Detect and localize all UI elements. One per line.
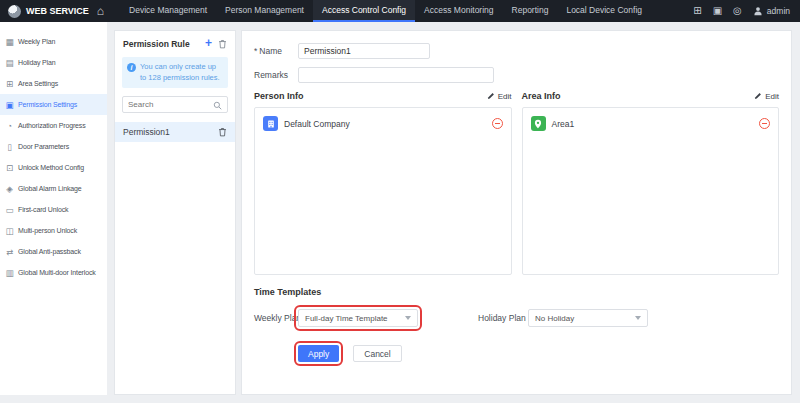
weekly-plan-select[interactable]: Full-day Time Template bbox=[298, 309, 418, 327]
person-info-header: Person Info Edit bbox=[254, 91, 512, 101]
area-settings-icon: ⊞ bbox=[5, 79, 14, 89]
person-list-item[interactable]: Default Company bbox=[260, 113, 506, 134]
sidebar-item-global-anti-passback[interactable]: ⇄ Global Anti-passback bbox=[0, 241, 107, 262]
apply-button[interactable]: Apply bbox=[298, 345, 339, 362]
multi-door-interlock-icon: ▥ bbox=[5, 268, 14, 278]
nav-item-reporting[interactable]: Reporting bbox=[503, 0, 558, 22]
sidebar-item-label: Global Multi-door Interlock bbox=[18, 269, 96, 276]
area-pin-icon bbox=[531, 116, 546, 131]
nav-item-person-management[interactable]: Person Management bbox=[216, 0, 313, 22]
rule-panel-title: Permission Rule bbox=[123, 39, 199, 49]
sidebar-item-area-settings[interactable]: ⊞ Area Settings bbox=[0, 73, 107, 94]
sidebar-item-global-alarm-linkage[interactable]: ◈ Global Alarm Linkage bbox=[0, 178, 107, 199]
remarks-input[interactable] bbox=[298, 67, 494, 83]
chevron-down-icon bbox=[635, 316, 641, 320]
sidebar-item-door-parameters[interactable]: ▯ Door Parameters bbox=[0, 136, 107, 157]
area-item-name: Area1 bbox=[552, 119, 575, 129]
company-icon bbox=[263, 116, 278, 131]
app-logo-icon bbox=[8, 5, 21, 18]
nav-item-local-device-config[interactable]: Local Device Config bbox=[557, 0, 651, 22]
permission-settings-icon: ▣ bbox=[5, 100, 14, 110]
name-row: *Name bbox=[254, 43, 779, 59]
pencil-icon bbox=[487, 92, 495, 100]
search-input[interactable] bbox=[128, 100, 210, 109]
search-icon[interactable] bbox=[213, 96, 222, 114]
info-columns: Person Info Edit Default Company Area In bbox=[254, 91, 779, 275]
name-label: *Name bbox=[254, 46, 298, 56]
pencil-icon bbox=[754, 92, 762, 100]
sidebar-item-unlock-method-config[interactable]: ⊡ Unlock Method Config bbox=[0, 157, 107, 178]
time-templates-row: Weekly Plan Full-day Time Template Holid… bbox=[254, 309, 779, 327]
nav-item-device-management[interactable]: Device Management bbox=[120, 0, 216, 22]
rule-panel-header: Permission Rule + bbox=[115, 31, 235, 55]
sidebar-item-global-multi-door-interlock[interactable]: ▥ Global Multi-door Interlock bbox=[0, 262, 107, 283]
apps-grid-icon[interactable]: ⊞ bbox=[693, 6, 701, 16]
sidebar: ▦ Weekly Plan ▤ Holiday Plan ⊞ Area Sett… bbox=[0, 22, 107, 395]
cancel-button[interactable]: Cancel bbox=[353, 345, 401, 362]
authorization-progress-icon: ◔ bbox=[5, 121, 14, 131]
home-icon[interactable]: ⌂ bbox=[97, 5, 104, 17]
globe-icon[interactable]: ◎ bbox=[733, 6, 742, 16]
edit-person-info-button[interactable]: Edit bbox=[487, 92, 512, 101]
sidebar-item-label: Global Anti-passback bbox=[18, 248, 81, 255]
weekly-plan-value: Full-day Time Template bbox=[305, 314, 401, 323]
alarm-linkage-icon: ◈ bbox=[5, 184, 14, 194]
sidebar-item-holiday-plan[interactable]: ▤ Holiday Plan bbox=[0, 52, 107, 73]
holiday-plan-label: Holiday Plan bbox=[478, 313, 528, 323]
sidebar-item-label: Unlock Method Config bbox=[18, 164, 84, 171]
name-input[interactable] bbox=[298, 43, 430, 59]
sidebar-item-first-card-unlock[interactable]: ▭ First-card Unlock bbox=[0, 199, 107, 220]
nav-item-access-control-config[interactable]: Access Control Config bbox=[313, 0, 415, 22]
holiday-plan-select[interactable]: No Holiday bbox=[528, 309, 648, 327]
multi-person-icon: ◫ bbox=[5, 226, 14, 236]
rule-name: Permission1 bbox=[123, 127, 214, 137]
info-icon: i bbox=[127, 63, 136, 72]
area-info-header: Area Info Edit bbox=[522, 91, 780, 101]
sidebar-item-label: Area Settings bbox=[18, 80, 58, 87]
rule-search bbox=[122, 96, 228, 113]
area-info-column: Area Info Edit Area1 bbox=[522, 91, 780, 275]
person-info-column: Person Info Edit Default Company bbox=[254, 91, 512, 275]
sidebar-item-label: Global Alarm Linkage bbox=[18, 185, 82, 192]
weekly-plan-label: Weekly Plan bbox=[254, 313, 298, 323]
panel-icon[interactable]: ▣ bbox=[713, 6, 722, 16]
rule-limit-text: You can only create up to 128 permission… bbox=[140, 62, 223, 83]
sidebar-item-multi-person-unlock[interactable]: ◫ Multi-person Unlock bbox=[0, 220, 107, 241]
rule-limit-notice: i You can only create up to 128 permissi… bbox=[122, 57, 228, 88]
required-mark: * bbox=[254, 46, 257, 56]
sidebar-item-label: First-card Unlock bbox=[18, 206, 68, 213]
holiday-plan-icon: ▤ bbox=[5, 58, 14, 68]
sidebar-item-label: Door Parameters bbox=[18, 143, 69, 150]
sidebar-item-label: Multi-person Unlock bbox=[18, 227, 77, 234]
add-rule-icon[interactable]: + bbox=[205, 39, 212, 49]
nav-item-access-monitoring[interactable]: Access Monitoring bbox=[415, 0, 502, 22]
user-avatar-icon bbox=[753, 6, 763, 16]
user-menu[interactable]: admin bbox=[753, 6, 790, 16]
holiday-plan-value: No Holiday bbox=[535, 314, 631, 323]
rule-list-item[interactable]: Permission1 bbox=[115, 122, 235, 142]
topbar-actions: ⊞ ▣ ◎ admin bbox=[693, 0, 800, 22]
sidebar-item-permission-settings[interactable]: ▣ Permission Settings bbox=[0, 94, 107, 115]
sidebar-item-label: Holiday Plan bbox=[18, 59, 56, 66]
area-info-title: Area Info bbox=[522, 91, 561, 101]
username: admin bbox=[767, 6, 790, 16]
sidebar-item-authorization-progress[interactable]: ◔ Authorization Progress bbox=[0, 115, 107, 136]
area-list-box: Area1 bbox=[522, 107, 780, 275]
remove-area-icon[interactable] bbox=[759, 118, 770, 129]
sidebar-item-label: Permission Settings bbox=[18, 101, 77, 108]
delete-rules-icon[interactable] bbox=[218, 39, 227, 49]
sidebar-item-label: Weekly Plan bbox=[18, 38, 55, 45]
area-list-item[interactable]: Area1 bbox=[528, 113, 774, 134]
sidebar-item-weekly-plan[interactable]: ▦ Weekly Plan bbox=[0, 31, 107, 52]
person-item-name: Default Company bbox=[284, 119, 350, 129]
person-info-title: Person Info bbox=[254, 91, 304, 101]
edit-area-info-button[interactable]: Edit bbox=[754, 92, 779, 101]
brand: WEB SERVICE ⌂ bbox=[0, 0, 112, 22]
permission-detail-panel: *Name Remarks Person Info Edit Default C… bbox=[241, 30, 792, 395]
remove-person-icon[interactable] bbox=[492, 118, 503, 129]
topbar: WEB SERVICE ⌂ Device Management Person M… bbox=[0, 0, 800, 22]
person-list-box: Default Company bbox=[254, 107, 512, 275]
time-templates-title: Time Templates bbox=[254, 287, 779, 297]
delete-rule-icon[interactable] bbox=[218, 127, 227, 137]
unlock-method-icon: ⊡ bbox=[5, 163, 14, 173]
